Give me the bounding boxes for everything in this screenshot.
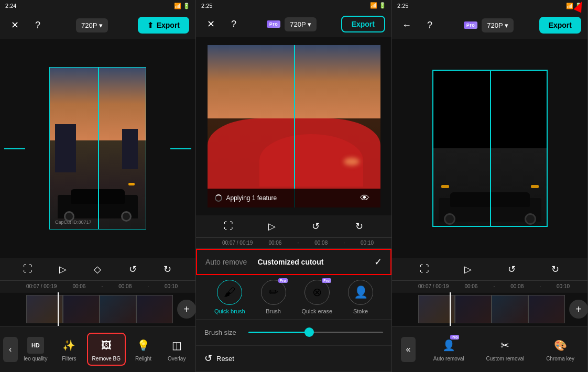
overlay-label-1: Overlay bbox=[168, 356, 186, 362]
top-bar-right-1: ⬆ Export bbox=[138, 17, 189, 34]
export-button-1[interactable]: ⬆ Export bbox=[138, 17, 189, 34]
clip-thumb-3c bbox=[492, 295, 528, 323]
watermark-1: CapCut ID:80717 bbox=[55, 220, 92, 225]
quick-brush-icon-2: 🖌 bbox=[224, 286, 235, 299]
applying-bar-2: Applying 1 feature 👁 bbox=[208, 189, 380, 207]
tool-overlay-1[interactable]: ◫ Overlay bbox=[161, 334, 192, 365]
reset-row-2: ↺ Reset bbox=[196, 346, 391, 372]
export-button-3[interactable]: Export bbox=[539, 17, 581, 34]
help-button-2[interactable]: ? bbox=[225, 16, 242, 32]
top-bar-1: ✕ ? 720P ▾ ⬆ Export bbox=[0, 12, 195, 39]
stoke-tool-2[interactable]: 👤 Stoke bbox=[348, 280, 373, 314]
chroma-icon-3: 🎨 bbox=[552, 337, 569, 354]
top-bar-3: ← ? Pro 720P ▾ Export bbox=[392, 12, 587, 39]
quick-erase-tool-2[interactable]: ⊗ Pro Quick erase bbox=[301, 280, 332, 314]
brush-thumb-2[interactable] bbox=[304, 327, 314, 337]
tool-quality-1[interactable]: HD leo quality bbox=[19, 334, 51, 365]
top-bar-left-3: ← ? bbox=[398, 17, 438, 34]
undo-button-1[interactable]: ↺ bbox=[124, 261, 141, 278]
fullscreen-button-3[interactable]: ⛶ bbox=[416, 261, 433, 278]
top-bar-center-1: 720P ▾ bbox=[76, 18, 108, 32]
magic-button-1[interactable]: ◇ bbox=[89, 261, 106, 278]
tool-removebg-1[interactable]: 🖼 Remove BG bbox=[87, 333, 126, 366]
fullscreen-button-1[interactable]: ⛶ bbox=[19, 261, 36, 278]
brush-row-2: Brush size bbox=[196, 320, 391, 346]
redo-button-3[interactable]: ↻ bbox=[547, 261, 563, 278]
clip-strip-3: + bbox=[392, 292, 587, 326]
bottom-toolbar-1: ‹ HD leo quality ✨ Filters 🖼 Remove BG 💡… bbox=[0, 326, 195, 372]
tool-custom-removal-3[interactable]: ✂ Custom removal bbox=[482, 334, 528, 365]
quality-label-1: leo quality bbox=[24, 356, 47, 362]
undo-button-2[interactable]: ↺ bbox=[307, 218, 324, 235]
close-button-2[interactable]: ✕ bbox=[202, 16, 219, 32]
play-button-2[interactable]: ▷ bbox=[264, 218, 280, 235]
auto-removal-glyph-3: 👤 bbox=[442, 339, 455, 352]
help-button-3[interactable]: ? bbox=[421, 17, 438, 34]
status-bar-2: 2:25 📶 🔋 bbox=[196, 0, 391, 11]
back-button-3[interactable]: ← bbox=[398, 17, 415, 34]
top-bar-left-2: ✕ ? bbox=[202, 16, 242, 32]
play-button-1[interactable]: ▷ bbox=[55, 261, 71, 278]
export-icon-1: ⬆ bbox=[147, 21, 154, 29]
playhead-line-1 bbox=[98, 68, 99, 229]
auto-remove-tab-2[interactable]: Auto remove bbox=[205, 258, 247, 266]
brush-label-2: Brush bbox=[266, 308, 281, 314]
resolution-button-3[interactable]: 720P ▾ bbox=[482, 18, 514, 32]
filters-icon-1: ✨ bbox=[61, 337, 78, 354]
resolution-button-2[interactable]: 720P ▾ bbox=[285, 17, 317, 31]
scroll-left-button-3[interactable]: « bbox=[401, 337, 416, 362]
export-label-1: Export bbox=[157, 21, 180, 29]
timeline-2: 00:07 / 00:19 00:06 · 00:08 · 00:10 bbox=[196, 238, 391, 249]
resolution-button-1[interactable]: 720P ▾ bbox=[76, 18, 108, 32]
timeline-time-1: 00:07 / 00:19 bbox=[26, 283, 57, 289]
brush-slider-2[interactable] bbox=[248, 332, 383, 333]
reset-label-2[interactable]: Reset bbox=[216, 355, 234, 363]
stoke-label-2: Stoke bbox=[353, 308, 368, 314]
tool-auto-removal-3[interactable]: 👤 Pro Auto removal bbox=[429, 334, 469, 365]
status-time-3: 2:25 bbox=[397, 3, 408, 9]
fullscreen-button-2[interactable]: ⛶ bbox=[220, 218, 237, 235]
help-button-1[interactable]: ? bbox=[29, 17, 46, 34]
video-preview-2: Applying 1 feature 👁 bbox=[196, 37, 391, 215]
quick-brush-tool-2[interactable]: 🖌 Quick brush bbox=[214, 280, 245, 314]
status-time-1: 2:24 bbox=[5, 3, 16, 9]
eye-button-2[interactable]: 👁 bbox=[356, 190, 373, 206]
tool-chroma-3[interactable]: 🎨 Chroma key bbox=[542, 334, 579, 365]
bottom-toolbar-3: « 👤 Pro Auto removal ✂ Custom removal 🎨 … bbox=[392, 326, 587, 372]
controls-bar-2: ⛶ ▷ ↺ ↻ bbox=[196, 215, 391, 237]
check-icon-2[interactable]: ✓ bbox=[374, 256, 382, 268]
status-bar-3: 2:25 📶 🔋 bbox=[392, 0, 587, 12]
redo-button-1[interactable]: ↻ bbox=[159, 261, 176, 278]
export-label-3: Export bbox=[549, 21, 572, 29]
scroll-left-button-1[interactable]: ‹ bbox=[3, 337, 18, 362]
top-bar-center-3: Pro 720P ▾ bbox=[464, 18, 514, 32]
export-button-2[interactable]: Export bbox=[341, 16, 385, 32]
tool-relight-1[interactable]: 💡 Relight bbox=[128, 334, 159, 365]
close-button-1[interactable]: ✕ bbox=[6, 17, 23, 34]
undo-button-3[interactable]: ↺ bbox=[503, 261, 520, 278]
top-bar-right-2: Export bbox=[341, 16, 385, 32]
quick-erase-icon-2: ⊗ bbox=[312, 286, 322, 299]
status-time-2: 2:25 bbox=[201, 3, 212, 9]
h-dash-left-1 bbox=[4, 148, 25, 149]
top-bar-2: ✕ ? Pro 720P ▾ Export bbox=[196, 11, 391, 37]
customized-tab-2[interactable]: Customized cutout bbox=[257, 258, 323, 266]
timeline-1: 00:07 / 00:19 00:06 · 00:08 · 00:10 bbox=[0, 281, 195, 292]
video-preview-3 bbox=[392, 39, 587, 258]
add-clip-button-1[interactable]: + bbox=[177, 300, 195, 319]
custom-removal-label-3: Custom removal bbox=[486, 356, 524, 362]
applying-text-2: Applying 1 feature bbox=[215, 194, 277, 202]
panel-2: 2:25 📶 🔋 ✕ ? Pro 720P ▾ Export bbox=[196, 0, 392, 372]
playhead-line-3 bbox=[490, 71, 491, 226]
brush-size-label-2: Brush size bbox=[204, 329, 241, 336]
removebg-icon-1: 🖼 bbox=[98, 337, 115, 354]
clip-thumb-4 bbox=[136, 295, 173, 323]
chroma-label-3: Chroma key bbox=[546, 356, 574, 362]
tool-icons-row-2: 🖌 Quick brush ✏ Pro Brush ⊗ Pro Quick er… bbox=[196, 275, 391, 320]
redo-button-2[interactable]: ↻ bbox=[351, 218, 367, 235]
play-button-3[interactable]: ▷ bbox=[460, 261, 476, 278]
relight-icon-1: 💡 bbox=[135, 337, 152, 354]
add-clip-button-3[interactable]: + bbox=[569, 300, 587, 319]
brush-tool-2[interactable]: ✏ Pro Brush bbox=[261, 280, 286, 314]
tool-filters-1[interactable]: ✨ Filters bbox=[53, 334, 85, 365]
